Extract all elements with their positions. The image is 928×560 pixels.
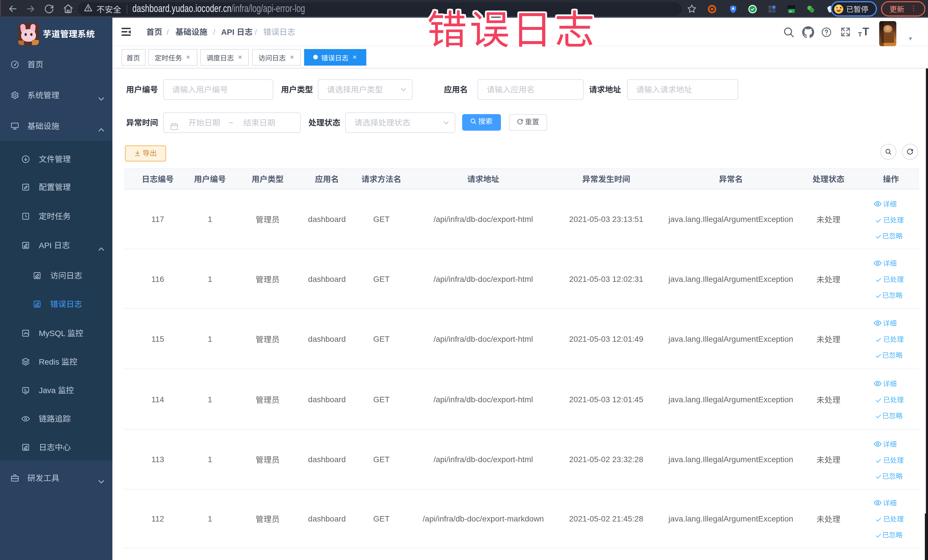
svg-text:on: on <box>789 10 792 12</box>
